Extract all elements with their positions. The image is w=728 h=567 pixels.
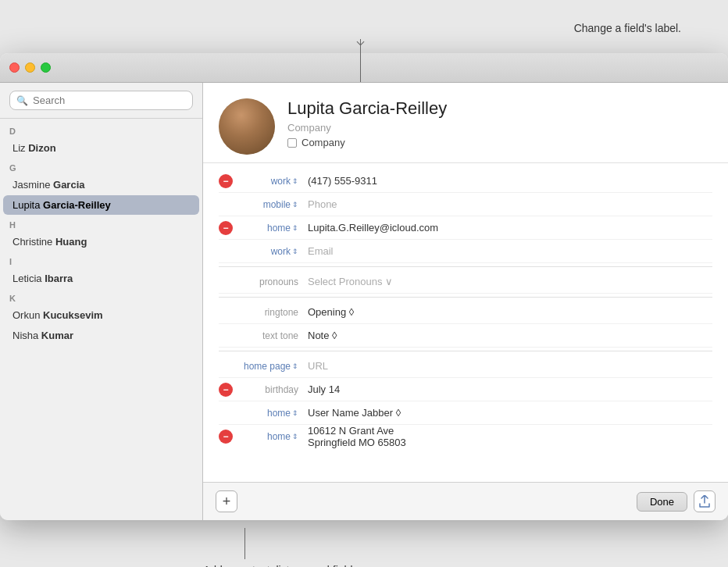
company-field: Company xyxy=(287,137,712,148)
chevron-icon: ⇕ xyxy=(292,224,298,232)
done-button[interactable]: Done xyxy=(637,492,687,512)
bottom-right: Done xyxy=(637,490,716,512)
field-value[interactable]: Phone xyxy=(302,198,712,210)
chevron-icon: ⇕ xyxy=(292,177,298,185)
minimize-button[interactable] xyxy=(25,62,35,73)
contact-item[interactable]: Liz Dizon xyxy=(3,138,199,158)
remove-btn-placeholder xyxy=(219,275,233,289)
field-value[interactable]: July 14 xyxy=(302,383,712,395)
title-bar xyxy=(0,53,728,83)
field-value[interactable]: Lupita.G.Reilley@icloud.com xyxy=(302,222,712,234)
contact-header: Lupita Garcia-Reilley Company Company xyxy=(203,83,728,163)
contact-item[interactable]: Nisha Kumar xyxy=(3,326,199,345)
field-row: home page⇕URL xyxy=(219,355,712,378)
field-label-text: home xyxy=(267,431,291,442)
chevron-icon: ⇕ xyxy=(292,433,298,440)
avatar-image xyxy=(219,98,275,155)
field-label-text: birthday xyxy=(265,384,298,395)
chevron-icon: ⇕ xyxy=(292,362,298,370)
field-label-text: ringtone xyxy=(265,307,298,318)
field-row: −birthdayJuly 14 xyxy=(219,378,712,401)
share-icon xyxy=(699,495,710,508)
field-value[interactable]: Note ◊ xyxy=(302,330,712,341)
field-label-text: home xyxy=(267,408,291,419)
field-label: birthday xyxy=(236,384,298,395)
remove-field-button[interactable]: − xyxy=(219,430,233,444)
contacts-list: DLiz DizonGJasmine GarciaLupita Garcia-R… xyxy=(0,119,202,520)
field-value[interactable]: Opening ◊ xyxy=(302,306,712,318)
annotation-bottom: Add a contact, list, or card field. xyxy=(203,564,355,567)
contact-name-section: Lupita Garcia-Reilley Company Company xyxy=(287,98,712,148)
close-button[interactable] xyxy=(9,62,20,73)
maximize-button[interactable] xyxy=(41,62,51,73)
field-label-text: work xyxy=(271,176,291,187)
field-label-text: mobile xyxy=(263,199,291,210)
field-label[interactable]: work⇕ xyxy=(236,176,298,187)
field-label: text tone xyxy=(236,330,298,341)
contact-item[interactable]: Leticia Ibarra xyxy=(3,269,199,288)
field-row: text toneNote ◊ xyxy=(219,324,712,348)
section-header-i: I xyxy=(0,252,202,268)
field-row: mobile⇕Phone xyxy=(219,193,712,216)
chevron-icon: ⇕ xyxy=(292,409,298,417)
field-divider xyxy=(219,266,712,267)
search-bar: 🔍 xyxy=(0,83,202,119)
field-row: ringtoneOpening ◊ xyxy=(219,301,712,324)
field-label-text: work xyxy=(271,246,291,257)
remove-field-button[interactable]: − xyxy=(219,383,233,397)
section-header-k: K xyxy=(0,289,202,305)
company-value: Company xyxy=(302,137,345,148)
field-label[interactable]: home⇕ xyxy=(236,431,298,442)
field-label: pronouns xyxy=(236,276,298,287)
field-row: −work⇕(417) 555-9311 xyxy=(219,169,712,193)
share-button[interactable] xyxy=(694,490,716,512)
field-divider xyxy=(219,297,712,298)
field-label[interactable]: work⇕ xyxy=(236,246,298,257)
annotation-top: Change a field's label. xyxy=(574,22,681,34)
field-label: ringtone xyxy=(236,307,298,318)
search-input-wrapper[interactable]: 🔍 xyxy=(9,91,193,110)
remove-field-button[interactable]: − xyxy=(219,174,233,188)
field-value[interactable]: Email xyxy=(302,245,712,257)
fields-container: −work⇕(417) 555-9311mobile⇕Phone−home⇕Lu… xyxy=(203,163,728,482)
field-value[interactable]: 10612 N Grant Ave Springfield MO 65803 xyxy=(302,425,712,448)
bottom-bar: + Done xyxy=(203,482,728,520)
field-value[interactable]: Select Pronouns ∨ xyxy=(302,276,712,287)
field-divider xyxy=(219,351,712,351)
field-value[interactable]: URL xyxy=(302,360,712,372)
remove-btn-placeholder xyxy=(219,244,233,259)
field-row: home⇕User Name Jabber ◊ xyxy=(219,401,712,425)
field-row: work⇕Email xyxy=(219,240,712,263)
company-checkbox[interactable] xyxy=(287,138,297,148)
field-label[interactable]: home⇕ xyxy=(236,223,298,234)
section-header-g: G xyxy=(0,159,202,174)
contact-item[interactable]: Christine Huang xyxy=(3,232,199,251)
chevron-icon: ⇕ xyxy=(292,248,298,255)
remove-btn-placeholder xyxy=(219,359,233,373)
avatar xyxy=(219,98,275,155)
contact-name: Lupita Garcia-Reilley xyxy=(287,98,712,119)
field-row: −home⇕10612 N Grant Ave Springfield MO 6… xyxy=(219,425,712,448)
field-row: pronounsSelect Pronouns ∨ xyxy=(219,270,712,294)
field-label[interactable]: home page⇕ xyxy=(236,361,298,372)
field-value[interactable]: User Name Jabber ◊ xyxy=(302,407,712,419)
contact-item[interactable]: Lupita Garcia-Reilley xyxy=(3,195,199,215)
remove-btn-placeholder xyxy=(219,305,233,319)
contact-item[interactable]: Jasmine Garcia xyxy=(3,175,199,194)
remove-field-button[interactable]: − xyxy=(219,221,233,235)
add-button[interactable]: + xyxy=(216,490,237,512)
field-label[interactable]: mobile⇕ xyxy=(236,199,298,210)
traffic-lights xyxy=(9,62,51,73)
search-icon: 🔍 xyxy=(16,95,28,106)
field-label[interactable]: home⇕ xyxy=(236,408,298,419)
search-input[interactable] xyxy=(33,94,186,106)
company-label: Company xyxy=(287,122,712,134)
remove-btn-placeholder xyxy=(219,198,233,212)
chevron-icon: ⇕ xyxy=(292,201,298,209)
field-label-text: text tone xyxy=(262,330,298,341)
remove-btn-placeholder xyxy=(219,406,233,420)
field-label-text: pronouns xyxy=(259,276,298,287)
contact-item[interactable]: Orkun Kucuksevim xyxy=(3,305,199,325)
field-label-text: home page xyxy=(244,361,291,372)
field-value[interactable]: (417) 555-9311 xyxy=(302,175,712,187)
